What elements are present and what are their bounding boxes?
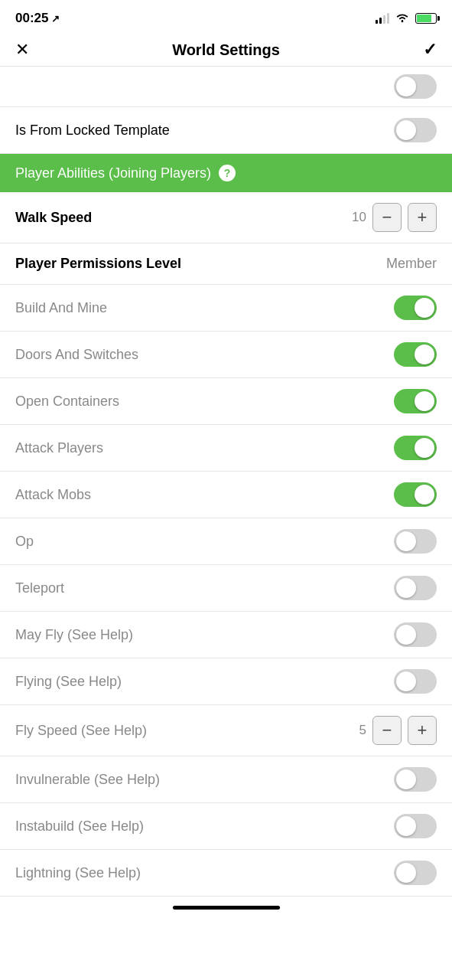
help-badge[interactable]: ? <box>219 165 236 181</box>
walk-speed-value: 10 <box>351 210 366 225</box>
toggle-switch[interactable] <box>394 482 437 507</box>
toggle-row: Attack Players <box>0 425 452 472</box>
toggle-row: Instabuild (See Help) <box>0 803 452 850</box>
walk-speed-label: Walk Speed <box>15 210 92 226</box>
walk-speed-decrement[interactable]: − <box>372 203 402 232</box>
toggle-row: Build And Mine <box>0 285 452 332</box>
fly-speed-stepper: 5 − + <box>351 716 437 745</box>
toggle-row-label: Invulnerable (See Help) <box>15 772 160 788</box>
time-label: 00:25 <box>15 11 48 26</box>
toggle-row: Doors And Switches <box>0 332 452 378</box>
wifi-icon <box>395 12 409 25</box>
fly-speed-increment[interactable]: + <box>408 716 437 745</box>
toggle-switch[interactable] <box>394 814 437 838</box>
fly-speed-label: Fly Speed (See Help) <box>15 723 147 739</box>
toggle-row-label: Build And Mine <box>15 300 107 316</box>
toggle-switch[interactable] <box>394 296 437 320</box>
player-permissions-label: Player Permissions Level <box>15 256 181 272</box>
signal-icon <box>376 13 389 24</box>
toggle-switch[interactable] <box>394 389 437 413</box>
save-button[interactable]: ✓ <box>423 40 437 60</box>
close-button[interactable]: ✕ <box>15 41 29 58</box>
toggle-switch[interactable] <box>394 669 437 694</box>
toggle-row-label: Teleport <box>15 580 64 596</box>
walk-speed-row: Walk Speed 10 − + <box>0 192 452 243</box>
partial-toggle[interactable] <box>394 74 437 99</box>
page-title: World Settings <box>172 41 280 59</box>
walk-speed-stepper: 10 − + <box>351 203 437 232</box>
toggle-row-label: Attack Mobs <box>15 487 91 503</box>
fly-speed-row: Fly Speed (See Help) 5 − + <box>0 705 452 756</box>
toggle-row-label: Op <box>15 534 34 550</box>
fly-speed-decrement[interactable]: − <box>372 716 402 745</box>
toggle-row: Flying (See Help) <box>0 658 452 705</box>
toggle-switch[interactable] <box>394 529 437 554</box>
nav-bar: ✕ World Settings ✓ <box>0 34 452 67</box>
walk-speed-increment[interactable]: + <box>408 203 437 232</box>
toggle-row-label: May Fly (See Help) <box>15 627 133 643</box>
toggle-row: Lightning (See Help) <box>0 850 452 897</box>
is-from-locked-template-toggle[interactable] <box>394 118 437 142</box>
toggle-row-label: Lightning (See Help) <box>15 865 141 881</box>
toggle-row: Attack Mobs <box>0 472 452 518</box>
player-permissions-row: Player Permissions Level Member <box>0 243 452 285</box>
toggle-switch[interactable] <box>394 622 437 647</box>
home-indicator <box>0 897 452 916</box>
status-bar: 00:25 ↗ <box>0 0 452 34</box>
toggle-row-label: Instabuild (See Help) <box>15 818 144 835</box>
partial-row <box>0 67 452 107</box>
player-abilities-label: Player Abilities (Joining Players) <box>15 165 211 181</box>
toggle-switch[interactable] <box>394 436 437 460</box>
player-permissions-value: Member <box>386 256 437 272</box>
toggle-row-label: Open Containers <box>15 394 119 410</box>
toggle-row-label: Doors And Switches <box>15 347 138 363</box>
status-time: 00:25 ↗ <box>15 11 60 26</box>
toggle-rows-bottom: Invulnerable (See Help)Instabuild (See H… <box>0 756 452 897</box>
toggle-row-label: Attack Players <box>15 440 103 456</box>
svg-point-0 <box>402 20 404 22</box>
toggle-row: Teleport <box>0 565 452 612</box>
is-from-locked-template-row: Is From Locked Template <box>0 107 452 154</box>
toggle-row-label: Flying (See Help) <box>15 674 122 690</box>
player-abilities-section-header: Player Abilities (Joining Players) ? <box>0 154 452 192</box>
toggle-row: Invulnerable (See Help) <box>0 756 452 803</box>
battery-icon <box>415 13 437 24</box>
toggle-row: Op <box>0 518 452 565</box>
location-icon: ↗ <box>51 13 60 24</box>
toggle-row: May Fly (See Help) <box>0 612 452 658</box>
home-bar <box>173 906 280 910</box>
toggle-switch[interactable] <box>394 342 437 367</box>
status-right <box>376 12 437 25</box>
toggle-switch[interactable] <box>394 576 437 600</box>
toggle-switch[interactable] <box>394 767 437 792</box>
toggle-switch[interactable] <box>394 861 437 885</box>
toggle-row: Open Containers <box>0 378 452 425</box>
fly-speed-value: 5 <box>351 723 366 738</box>
toggle-rows: Build And MineDoors And SwitchesOpen Con… <box>0 285 452 705</box>
is-from-locked-template-label: Is From Locked Template <box>15 122 170 139</box>
